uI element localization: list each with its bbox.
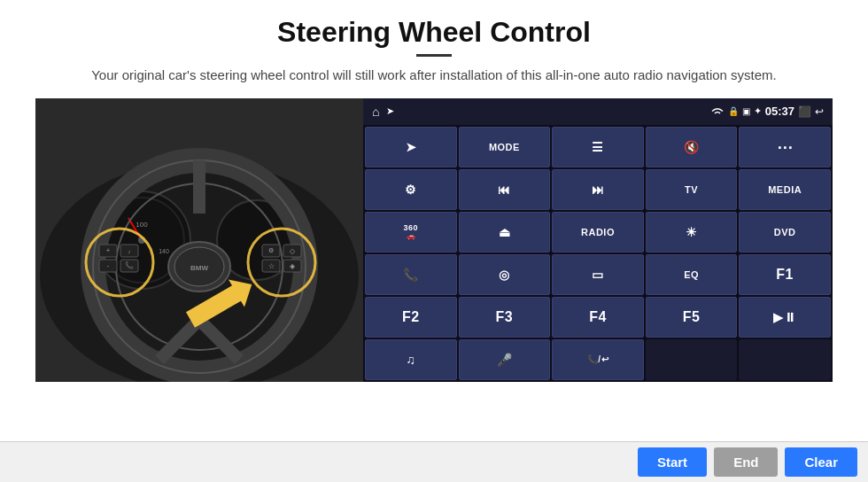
btn-f5[interactable]: F5 [646, 297, 738, 338]
btn-screen[interactable]: ▭ [552, 254, 644, 295]
wifi-icon [710, 106, 725, 117]
bottom-action-bar: Start End Clear [0, 441, 868, 482]
btn-list[interactable]: ☰ [552, 127, 644, 167]
status-bar: ⌂ ➤ 🔒 ▣ ✦ 05:37 ⬛ ↩ [363, 98, 833, 125]
btn-360[interactable]: 360🚗 [365, 212, 457, 253]
btn-f4[interactable]: F4 [552, 297, 644, 338]
svg-text:◇: ◇ [290, 247, 296, 255]
steering-wheel-svg: 100 60 140 BMW [35, 98, 363, 382]
nav-arrow-icon: ➤ [386, 105, 394, 117]
btn-eject[interactable]: ⏏ [459, 212, 551, 253]
btn-f1[interactable]: F1 [739, 254, 831, 295]
btn-media[interactable]: MEDIA [739, 169, 831, 210]
btn-tv[interactable]: TV [646, 169, 738, 210]
btn-call-end[interactable]: 📞/↩ [552, 339, 644, 380]
screen-icon: ⬛ [798, 105, 811, 118]
steering-wheel-image: 100 60 140 BMW [35, 98, 363, 382]
svg-text:BMW: BMW [190, 264, 208, 272]
btn-prev[interactable]: ⏮ [459, 169, 551, 210]
btn-mic[interactable]: 🎤 [459, 339, 551, 380]
svg-text:⚙: ⚙ [268, 247, 274, 253]
btn-empty1 [646, 339, 738, 380]
home-icon[interactable]: ⌂ [372, 105, 379, 119]
content-area: 100 60 140 BMW [35, 98, 833, 483]
svg-text:♪: ♪ [128, 249, 131, 254]
btn-dvd[interactable]: DVD [739, 212, 831, 253]
btn-mode[interactable]: MODE [459, 127, 551, 167]
btn-empty2 [739, 339, 831, 380]
time-display: 05:37 [765, 105, 794, 118]
svg-text:📞: 📞 [125, 260, 134, 269]
btn-mute[interactable]: 🔇 [646, 127, 738, 167]
sd-icon: ▣ [742, 106, 750, 116]
btn-phone[interactable]: 📞 [365, 254, 457, 295]
button-grid: ➤ MODE ☰ 🔇 ⋯ ⚙ ⏮ ⏭ TV MEDIA 360🚗 ⏏ RADIO… [363, 125, 833, 382]
btn-settings[interactable]: ⚙ [365, 169, 457, 210]
btn-next[interactable]: ⏭ [552, 169, 644, 210]
lock-icon: 🔒 [728, 106, 739, 116]
bt-icon: ✦ [754, 105, 762, 117]
status-right: 🔒 ▣ ✦ 05:37 ⬛ ↩ [710, 105, 824, 118]
btn-navigate[interactable]: ➤ [365, 127, 457, 167]
svg-text:140: 140 [159, 248, 169, 254]
clear-button[interactable]: Clear [785, 447, 857, 477]
btn-radio[interactable]: RADIO [552, 212, 644, 253]
status-left: ⌂ ➤ [372, 105, 394, 119]
head-unit-panel: ⌂ ➤ 🔒 ▣ ✦ 05:37 ⬛ ↩ [363, 98, 833, 382]
btn-navi[interactable]: ◎ [459, 254, 551, 295]
page-title: Steering Wheel Control [277, 16, 591, 49]
svg-text:◈: ◈ [290, 262, 296, 270]
btn-eq[interactable]: EQ [646, 254, 738, 295]
back-icon[interactable]: ↩ [815, 105, 824, 118]
svg-text:100: 100 [136, 221, 148, 229]
btn-f2[interactable]: F2 [365, 297, 457, 338]
btn-brightness[interactable]: ☀ [646, 212, 738, 253]
svg-text:☆: ☆ [268, 262, 275, 270]
title-divider [416, 54, 452, 57]
btn-music[interactable]: ♫ [365, 339, 457, 380]
svg-text:+: + [106, 247, 110, 253]
btn-apps[interactable]: ⋯ [739, 127, 831, 167]
end-button[interactable]: End [714, 447, 778, 477]
start-button[interactable]: Start [638, 447, 707, 477]
page-subtitle: Your original car's steering wheel contr… [91, 66, 777, 86]
btn-playpause[interactable]: ▶⏸ [739, 297, 831, 338]
btn-f3[interactable]: F3 [459, 297, 551, 338]
